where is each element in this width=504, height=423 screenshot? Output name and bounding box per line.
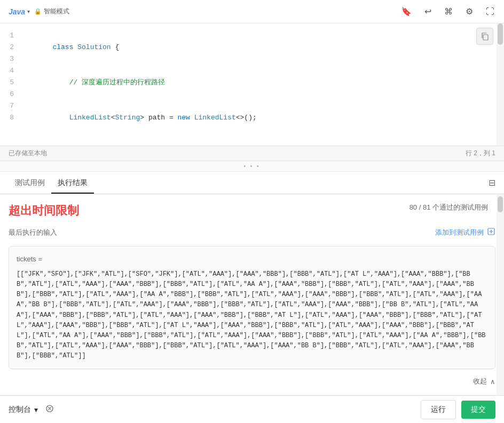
collapse-label: 收起 <box>473 377 487 386</box>
last-input-section: 最后执行的输入 添加到测试用例 <box>0 223 504 242</box>
results-scrollbar[interactable] <box>497 194 504 395</box>
console-button[interactable]: 控制台 ▾ <box>9 405 38 414</box>
code-line-2: // 深度遍历过程中的行程路径 <box>19 65 504 100</box>
last-input-label: 最后执行的输入 <box>9 228 57 237</box>
code-line-4: public List<String> findItinerary(List<L… <box>19 135 504 146</box>
add-to-test-label: 添加到测试用例 <box>435 228 484 237</box>
undo-button[interactable]: ↩ <box>423 5 432 18</box>
language-selector[interactable]: Java ▾ <box>9 7 30 16</box>
collapse-row[interactable]: 收起 ∧ <box>0 373 504 389</box>
editor-scrollbar-thumb <box>498 23 503 45</box>
mode-badge: 🔒 智能模式 <box>34 7 69 16</box>
bottom-panel: 测试用例 执行结果 ⊟ 超出时间限制 80 / 81 个通过的测试用例 最后执行… <box>0 172 504 423</box>
resize-handle[interactable]: • • • <box>0 161 504 172</box>
collapse-icon: ∧ <box>490 378 495 386</box>
code-line-3: LinkedList<String> path = new LinkedList… <box>19 100 504 135</box>
debug-button[interactable] <box>44 403 55 416</box>
submit-button[interactable]: 提交 <box>461 401 495 419</box>
top-bar-right: 🔖 ↩ ⌘ ⚙ ⛶ <box>400 5 495 18</box>
status-bar: 已存储至本地 行 2，列 1 <box>0 146 504 161</box>
add-to-test-icon <box>487 227 495 237</box>
tab-test-cases[interactable]: 测试用例 <box>9 173 51 193</box>
saved-status: 已存储至本地 <box>9 149 47 158</box>
mode-label: 智能模式 <box>44 7 69 16</box>
command-button[interactable]: ⌘ <box>443 5 454 18</box>
line-numbers: 1 2 3 4 5 6 7 8 <box>0 23 19 146</box>
svg-rect-0 <box>483 35 488 40</box>
stats-row: 80 / 81 个通过的测试用例 <box>401 194 497 217</box>
code-line-1: class Solution { <box>19 30 504 65</box>
minimize-panel-button[interactable]: ⊟ <box>489 178 495 188</box>
tab-bar-right: ⊟ <box>489 178 495 188</box>
expand-button[interactable]: ⛶ <box>485 6 495 18</box>
results-scrollbar-thumb <box>498 196 503 212</box>
copy-button[interactable] <box>476 28 493 45</box>
add-to-test-button[interactable]: 添加到测试用例 <box>435 227 495 237</box>
stats-text: 80 / 81 个通过的测试用例 <box>410 203 488 212</box>
results-area[interactable]: 超出时间限制 80 / 81 个通过的测试用例 最后执行的输入 添加到测试用例 <box>0 194 504 395</box>
settings-button[interactable]: ⚙ <box>464 5 474 18</box>
code-container: 1 2 3 4 5 6 7 8 class Solution { // 深度遍历… <box>0 23 504 146</box>
tab-bar: 测试用例 执行结果 ⊟ <box>0 172 504 194</box>
language-icon: Java <box>9 7 25 16</box>
code-editor: 1 2 3 4 5 6 7 8 class Solution { // 深度遍历… <box>0 23 504 146</box>
lock-icon: 🔒 <box>34 8 42 15</box>
run-button[interactable]: 运行 <box>421 400 456 419</box>
cursor-position: 行 2，列 1 <box>466 149 495 158</box>
action-bar: 控制台 ▾ 运行 提交 <box>0 395 504 423</box>
console-label: 控制台 <box>9 405 31 414</box>
top-bar-left: Java ▾ 🔒 智能模式 <box>9 7 393 16</box>
bookmark-button[interactable]: 🔖 <box>400 5 413 18</box>
code-lines[interactable]: class Solution { // 深度遍历过程中的行程路径 LinkedL… <box>19 23 504 146</box>
resize-dots-icon: • • • <box>243 163 260 169</box>
input-data-box: tickets = [["JFK","SFO"],["JFK","ATL"],[… <box>9 246 495 369</box>
console-chevron-icon: ▾ <box>34 405 38 414</box>
action-bar-right: 运行 提交 <box>421 400 495 419</box>
editor-scrollbar[interactable] <box>497 23 504 146</box>
tle-heading: 超出时间限制 <box>0 194 401 223</box>
input-var-label: tickets = <box>17 254 487 265</box>
tab-execution-results[interactable]: 执行结果 <box>51 173 94 193</box>
top-bar: Java ▾ 🔒 智能模式 🔖 ↩ ⌘ ⚙ ⛶ <box>0 0 504 23</box>
lang-chevron-icon: ▾ <box>27 9 30 14</box>
input-data-content: [["JFK","SFO"],["JFK","ATL"],["SFO","JFK… <box>17 269 487 362</box>
